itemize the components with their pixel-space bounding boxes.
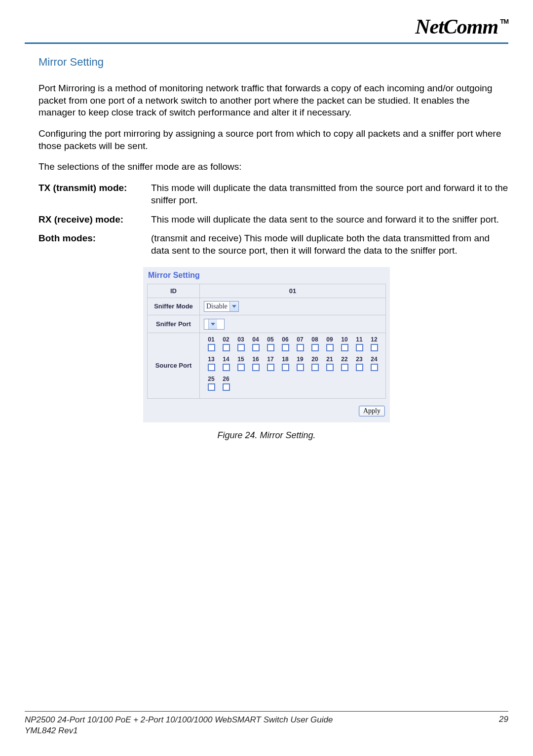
source-port-checkbox[interactable] bbox=[371, 364, 378, 371]
chevron-down-icon bbox=[208, 319, 217, 329]
source-port-checkbox[interactable] bbox=[311, 364, 319, 371]
brand-tm: TM bbox=[500, 18, 508, 25]
port-number: 16 bbox=[248, 356, 263, 363]
port-number: 10 bbox=[337, 336, 352, 343]
source-port-checkbox[interactable] bbox=[356, 344, 363, 351]
port-number: 01 bbox=[204, 336, 219, 343]
port-number: 09 bbox=[322, 336, 337, 343]
intro-paragraph-3: The selections of the sniffer mode are a… bbox=[38, 161, 508, 173]
source-port-checkbox[interactable] bbox=[326, 344, 334, 351]
port-number: 17 bbox=[263, 356, 278, 363]
port-number: 18 bbox=[278, 356, 293, 363]
section-title: Mirror Setting bbox=[38, 56, 508, 69]
mode-label-both: Both modes: bbox=[38, 232, 151, 257]
source-port-checkbox[interactable] bbox=[223, 364, 230, 371]
port-number: 26 bbox=[219, 376, 233, 382]
source-port-checkbox[interactable] bbox=[252, 344, 260, 351]
source-port-checkbox[interactable] bbox=[252, 364, 260, 371]
port-number: 21 bbox=[322, 356, 337, 363]
mirror-setting-panel: Mirror Setting ID 01 Sniffer Mode Disabl… bbox=[143, 267, 390, 422]
apply-button[interactable]: Apply bbox=[359, 406, 385, 416]
source-port-checkbox[interactable] bbox=[237, 364, 245, 371]
port-number: 03 bbox=[233, 336, 248, 343]
port-number: 15 bbox=[233, 356, 248, 363]
port-number: 08 bbox=[307, 336, 322, 343]
source-port-checkbox[interactable] bbox=[208, 383, 215, 391]
port-number: 05 bbox=[263, 336, 278, 343]
source-port-checkbox[interactable] bbox=[371, 344, 378, 351]
port-number: 19 bbox=[293, 356, 307, 363]
id-value: 01 bbox=[200, 284, 386, 298]
brand-name: NetComm bbox=[415, 15, 498, 38]
source-port-checkbox[interactable] bbox=[297, 344, 304, 351]
footer-doc-rev: YML842 Rev1 bbox=[25, 725, 333, 736]
port-number: 22 bbox=[337, 356, 352, 363]
port-number: 11 bbox=[352, 336, 367, 343]
port-number: 23 bbox=[352, 356, 367, 363]
mode-desc-both: (transmit and receive) This mode will du… bbox=[151, 232, 508, 257]
sniffer-mode-label: Sniffer Mode bbox=[148, 298, 200, 315]
mode-label-rx: RX (receive) mode: bbox=[38, 214, 151, 226]
source-port-checkbox[interactable] bbox=[208, 364, 215, 371]
source-port-checkbox[interactable] bbox=[341, 364, 348, 371]
sniffer-port-select[interactable] bbox=[204, 319, 225, 330]
port-number: 14 bbox=[219, 356, 233, 363]
footer-guide-title: NP2500 24-Port 10/100 PoE + 2-Port 10/10… bbox=[25, 715, 333, 725]
source-port-checkbox[interactable] bbox=[356, 364, 363, 371]
port-number: 24 bbox=[367, 356, 381, 363]
source-port-checkbox[interactable] bbox=[311, 344, 319, 351]
source-port-checkbox[interactable] bbox=[223, 383, 230, 391]
mode-label-tx: TX (transmit) mode: bbox=[38, 182, 151, 206]
source-port-checkbox[interactable] bbox=[223, 344, 230, 351]
mode-row-rx: RX (receive) mode: This mode will duplic… bbox=[38, 214, 508, 226]
mode-row-tx: TX (transmit) mode: This mode will dupli… bbox=[38, 182, 508, 206]
source-port-checkbox[interactable] bbox=[267, 344, 274, 351]
port-number: 12 bbox=[367, 336, 381, 343]
port-number: 20 bbox=[307, 356, 322, 363]
port-number: 06 bbox=[278, 336, 293, 343]
panel-title: Mirror Setting bbox=[147, 270, 386, 284]
source-port-checkbox[interactable] bbox=[267, 364, 274, 371]
chevron-down-icon bbox=[229, 302, 238, 311]
source-port-checkbox[interactable] bbox=[326, 364, 334, 371]
sniffer-mode-value: Disable bbox=[206, 302, 229, 310]
mode-row-both: Both modes: (transmit and receive) This … bbox=[38, 232, 508, 257]
port-number: 13 bbox=[204, 356, 219, 363]
source-port-label: Source Port bbox=[148, 333, 200, 398]
source-port-cell: 010203040506070809101112 131415161718192… bbox=[200, 333, 386, 398]
sniffer-port-label: Sniffer Port bbox=[148, 315, 200, 333]
port-number: 02 bbox=[219, 336, 233, 343]
source-port-checkbox[interactable] bbox=[282, 364, 289, 371]
footer-page-number: 29 bbox=[499, 715, 508, 736]
port-number: 25 bbox=[204, 376, 219, 382]
figure-caption: Figure 24. Mirror Setting. bbox=[25, 430, 508, 441]
source-port-checkbox[interactable] bbox=[282, 344, 289, 351]
source-port-checkbox[interactable] bbox=[208, 344, 215, 351]
intro-paragraph-1: Port Mirroring is a method of monitoring… bbox=[38, 82, 508, 119]
port-number: 04 bbox=[248, 336, 263, 343]
header: NetComm TM bbox=[25, 10, 508, 44]
sniffer-mode-select[interactable]: Disable bbox=[204, 301, 239, 312]
intro-paragraph-2: Configuring the port mirroring by assign… bbox=[38, 128, 508, 152]
brand-logo: NetComm TM bbox=[415, 15, 508, 38]
mode-desc-tx: This mode will duplicate the data transm… bbox=[151, 182, 508, 206]
source-port-checkbox[interactable] bbox=[237, 344, 245, 351]
source-port-checkbox[interactable] bbox=[341, 344, 348, 351]
port-number: 07 bbox=[293, 336, 307, 343]
id-label: ID bbox=[148, 284, 200, 298]
mode-desc-rx: This mode will duplicate the data sent t… bbox=[151, 214, 508, 226]
config-table: ID 01 Sniffer Mode Disable Sniffer Port bbox=[147, 284, 386, 399]
source-port-checkbox[interactable] bbox=[297, 364, 304, 371]
page-footer: NP2500 24-Port 10/100 PoE + 2-Port 10/10… bbox=[25, 711, 508, 736]
